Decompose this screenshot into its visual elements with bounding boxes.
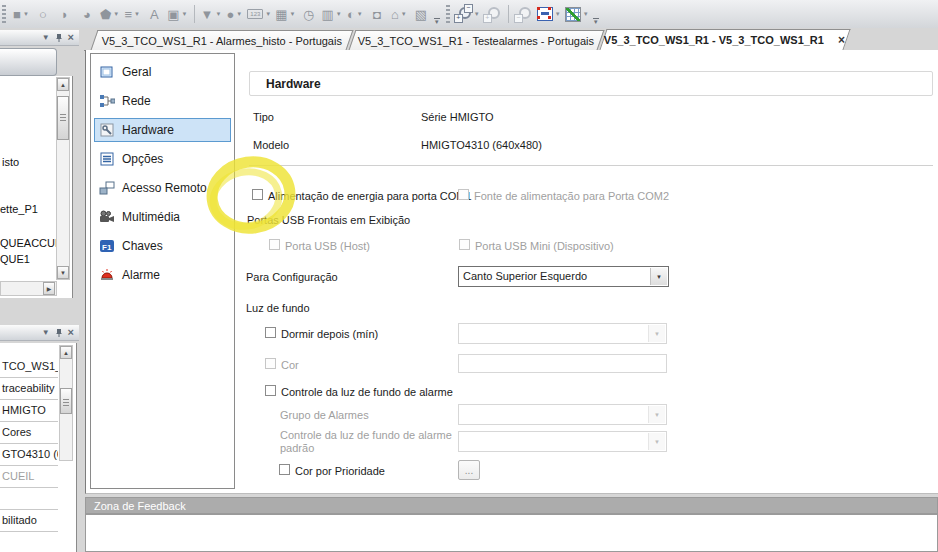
alarm-backlight-default-label: Controle da luz de fundo de alarme (280, 429, 452, 441)
nav-item-chaves[interactable]: F1 Chaves (94, 234, 231, 258)
section-divider (249, 165, 933, 166)
meter-tool[interactable]: ◷ (299, 4, 319, 24)
numeric-display-tool-dropdown-arrow[interactable]: ▼ (265, 11, 271, 17)
switch-tool[interactable]: ▼▼ (200, 4, 223, 24)
property-row[interactable]: Cores (0, 422, 58, 444)
color-field (458, 354, 667, 373)
zoom-select-tool[interactable]: −+ ▼ (455, 4, 481, 24)
tab-testealarmes[interactable]: V5_3_TCO_WS1_R1 - Testealarmes - Portuga… (349, 30, 605, 50)
chevron-down-icon: ▼ (648, 433, 665, 450)
modelo-value: HMIGTO4310 (640x480) (421, 139, 542, 151)
tab-target-settings[interactable]: V5_3_TCO_WS1_R1 - V5_3_TCO_WS1_R1× (599, 29, 850, 50)
chevron-down-icon[interactable]: ▼ (42, 34, 50, 42)
bargraph-tool-dropdown-arrow[interactable]: ▼ (336, 11, 342, 17)
vertical-scrollbar[interactable]: ▲ ▼ (56, 77, 70, 280)
toolchest-panel-titlebar: ▼ × (0, 30, 79, 46)
text-tool[interactable]: A (144, 4, 164, 24)
fit-screen-tool[interactable]: ▼ (536, 4, 562, 24)
screens-list-panel: isto ette_P1 QUEACCUEI QUE1 ▲ ▼ ▶ (0, 76, 73, 298)
para-config-dropdown[interactable]: Canto Superior Esquerdo ▼ (458, 266, 669, 287)
toolchest-category-button[interactable] (0, 48, 57, 76)
com1-power-checkbox[interactable] (252, 189, 263, 200)
close-icon[interactable]: × (68, 327, 74, 338)
nav-item-hardware[interactable]: Hardware (94, 118, 231, 142)
bargraph-tool[interactable]: ▥▼ (321, 4, 343, 24)
priority-color-browse-button: ... (458, 460, 480, 480)
property-row[interactable]: CUEIL (0, 466, 58, 488)
trend-tool[interactable]: ▧ (411, 4, 431, 24)
scroll-right-button[interactable]: ▶ (43, 282, 55, 295)
toolbar-overflow-button[interactable]: ▼ (593, 18, 599, 25)
tab-close-icon[interactable]: × (838, 33, 845, 47)
ellipse-tool[interactable]: ○ (33, 4, 53, 24)
chevron-down-icon[interactable]: ▼ (650, 268, 667, 285)
image-tool[interactable]: ▣▼ (166, 4, 188, 24)
nav-item-alarme[interactable]: Alarme (94, 263, 231, 287)
piechart-tool[interactable]: ◐▼ (345, 4, 365, 24)
backlight-section-label: Luz de fundo (246, 302, 310, 314)
scrollbar-thumb[interactable] (60, 388, 72, 414)
nav-item-multimedia[interactable]: Multimédia (94, 205, 231, 229)
panel-tool[interactable]: ⌂▼ (389, 4, 409, 24)
rectangle-tool[interactable]: ■▼ (11, 4, 31, 24)
list-item[interactable]: isto (2, 156, 19, 168)
toolbar-overflow-button[interactable]: ▼ (434, 18, 440, 25)
nav-item-rede[interactable]: Rede (94, 89, 231, 113)
scroll-up-button[interactable]: ▲ (57, 78, 69, 91)
nav-item-geral[interactable]: Geral (94, 60, 231, 84)
tab-label: V5_3_TCO_WS1_R1 - Testealarmes - Portuga… (358, 35, 594, 47)
toolbar-grip[interactable] (446, 5, 450, 23)
pie-tool[interactable]: ◕ (77, 4, 97, 24)
piechart-tool-dropdown-arrow[interactable]: ▼ (357, 11, 363, 17)
scroll-down-button[interactable]: ▼ (57, 266, 69, 279)
close-icon[interactable]: × (68, 32, 74, 43)
property-row[interactable]: traceability (0, 378, 58, 400)
pin-icon[interactable] (55, 328, 63, 338)
line-tool-dropdown-arrow[interactable]: ▼ (134, 11, 140, 17)
magnifier-plus-icon: + (485, 6, 501, 22)
feedback-zone-content[interactable] (85, 514, 938, 552)
multimedia-icon (99, 209, 115, 225)
priority-color-checkbox[interactable] (279, 464, 290, 475)
display-stack-tool-dropdown-arrow[interactable]: ▼ (290, 11, 296, 17)
alarm-backlight-label: Controle da luz de fundo de alarme (281, 386, 453, 398)
toolbar-grip[interactable] (2, 5, 6, 23)
color-label: Cor (281, 359, 299, 371)
display-stack-tool[interactable]: ▦▼ (274, 4, 296, 24)
nav-item-acesso-remoto[interactable]: Acesso Remoto (94, 176, 231, 200)
alarm-backlight-checkbox[interactable] (265, 385, 276, 396)
scroll-up-button[interactable]: ▲ (60, 346, 72, 359)
property-row[interactable]: GTO4310 (6 (0, 444, 58, 466)
panel-tool-dropdown-arrow[interactable]: ▼ (401, 11, 407, 17)
image-tool-dropdown-arrow[interactable]: ▼ (182, 11, 188, 17)
polygon-tool-dropdown-arrow[interactable]: ▼ (113, 11, 119, 17)
scrollbar-thumb[interactable] (57, 96, 69, 140)
line-tool[interactable]: ≡▼ (122, 4, 142, 24)
property-row[interactable] (0, 488, 58, 510)
numeric-display-tool[interactable]: 123▼ (246, 4, 272, 24)
pin-icon[interactable] (55, 33, 63, 43)
property-row[interactable]: bilitado (0, 510, 58, 532)
camera-tool[interactable]: ◘ (367, 4, 387, 24)
rectangle-tool-dropdown-arrow[interactable]: ▼ (23, 11, 29, 17)
application-window: ■▼○◗◕⬟▼≡▼A▣▼▼▼●▼123▼▦▼◷▥▼◐▼◘⌂▼▧▼ −+ ▼ + … (0, 0, 938, 552)
grid-snap-tool[interactable]: ▼ (564, 4, 590, 24)
horizontal-scrollbar[interactable]: ▶ (0, 281, 57, 296)
usb-mini-label: Porta USB Mini (Dispositivo) (475, 240, 614, 252)
lamp-tool-dropdown-arrow[interactable]: ▼ (236, 11, 242, 17)
nav-item-opcoes[interactable]: Opções (94, 147, 231, 171)
tab-alarmes-histo[interactable]: V5_3_TCO_WS1_R1 - Alarmes_histo - Portug… (91, 30, 354, 50)
polygon-tool[interactable]: ⬟▼ (99, 4, 120, 24)
sleep-after-checkbox[interactable] (265, 327, 276, 338)
property-row[interactable]: TCO_WS1_ (0, 356, 58, 378)
list-item[interactable]: QUE1 (0, 253, 30, 265)
tipo-label: Tipo (253, 111, 274, 123)
arc-tool[interactable]: ◗ (55, 4, 75, 24)
list-item[interactable]: ette_P1 (0, 203, 38, 215)
lamp-tool[interactable]: ●▼ (224, 4, 244, 24)
property-row[interactable]: HMIGTO (0, 400, 58, 422)
switch-tool-dropdown-arrow[interactable]: ▼ (215, 11, 221, 17)
color-checkbox (265, 358, 276, 369)
vertical-scrollbar[interactable]: ▲ (59, 345, 73, 461)
chevron-down-icon[interactable]: ▼ (42, 329, 50, 337)
